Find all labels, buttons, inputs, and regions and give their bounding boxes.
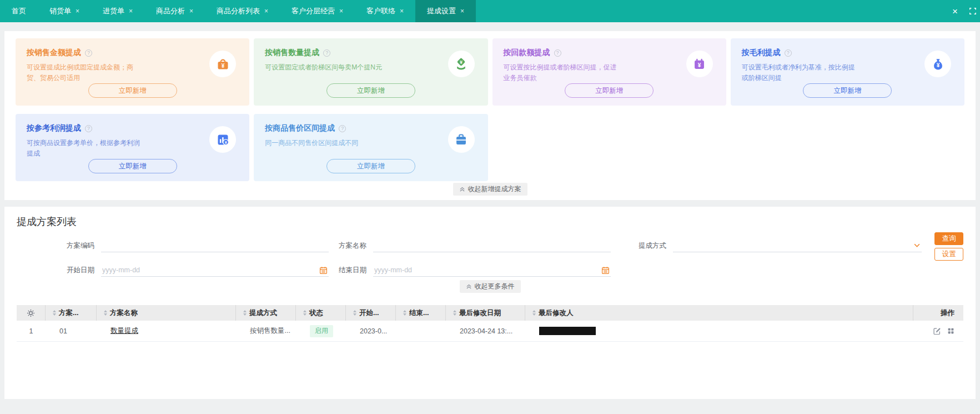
tab-product-analysis[interactable]: 商品分析× — [144, 0, 205, 22]
add-now-button[interactable]: 立即新增 — [326, 159, 415, 173]
page-title: 提成方案列表 — [17, 216, 963, 228]
collapse-label: 收起新增提成方案 — [468, 184, 521, 194]
card-description: 可设置按比例提或者阶梯区间提，促进业务员催款 — [504, 62, 621, 83]
card-description: 可按商品设置参考单价，根据参考利润提成 — [27, 138, 144, 158]
tab-label: 进货单 — [103, 6, 124, 16]
help-icon[interactable]: ? — [785, 49, 792, 57]
tab-close-icon[interactable]: × — [264, 8, 268, 14]
add-now-button[interactable]: 立即新增 — [803, 83, 892, 98]
tab-close-icon[interactable]: × — [189, 8, 193, 14]
tab-customer-contact[interactable]: 客户联络× — [355, 0, 415, 22]
commission-method-select[interactable] — [673, 240, 922, 252]
collapse-new-plans-toggle[interactable]: 收起新增提成方案 — [453, 183, 527, 196]
end-date-field: 结束日期 — [339, 264, 611, 277]
column-header-plan-code[interactable]: 方案... — [46, 305, 97, 321]
field-label: 方案编码 — [67, 241, 101, 251]
fullscreen-icon[interactable] — [969, 7, 977, 15]
plan-name-input[interactable] — [373, 240, 611, 252]
help-icon[interactable]: ? — [85, 49, 92, 57]
help-icon[interactable]: ? — [554, 49, 561, 57]
column-header-start[interactable]: 开始... — [346, 305, 396, 321]
tab-label: 销货单 — [49, 6, 71, 16]
row-index: 1 — [17, 327, 46, 335]
tab-home[interactable]: 首页 — [0, 0, 38, 22]
plan-name-link[interactable]: 数量提成 — [110, 327, 138, 335]
tab-customer-segmentation[interactable]: 客户分层经营× — [280, 0, 355, 22]
add-now-button[interactable]: 立即新增 — [88, 83, 177, 98]
column-header-modified-by[interactable]: 最后修改人 — [525, 305, 913, 321]
sort-icon[interactable] — [303, 310, 306, 316]
close-icon[interactable]: × — [952, 7, 958, 16]
column-header-status[interactable]: 状态 — [296, 305, 346, 321]
card-title: 按销售数量提成? — [265, 48, 476, 58]
start-date-input[interactable] — [101, 264, 329, 277]
tab-label: 客户联络 — [366, 6, 395, 16]
tab-product-analysis-list[interactable]: 商品分析列表× — [205, 0, 280, 22]
column-header-modified-date[interactable]: 最后修改日期 — [446, 305, 525, 321]
tab-label: 首页 — [12, 6, 26, 16]
hand-coin-icon: ¥ — [448, 51, 475, 77]
tab-close-icon[interactable]: × — [400, 8, 404, 14]
tab-label: 提成设置 — [427, 6, 456, 16]
card-title: 按商品售价区间提成? — [265, 123, 476, 133]
help-icon[interactable]: ? — [339, 125, 346, 132]
tab-sales-order[interactable]: 销货单× — [38, 0, 91, 22]
settings-button[interactable]: 设置 — [934, 248, 963, 261]
help-icon[interactable]: ? — [323, 49, 330, 57]
money-bag-icon: ¥ — [924, 51, 951, 77]
tab-bar: 首页 销货单× 进货单× 商品分析× 商品分析列表× 客户分层经营× 客户联络×… — [0, 0, 980, 22]
card-title-text: 按销售数量提成 — [265, 48, 319, 58]
tab-commission-settings[interactable]: 提成设置× — [415, 0, 476, 22]
tab-close-icon[interactable]: × — [339, 8, 343, 14]
commission-plan-table: 方案... 方案名称 提成方式 状态 开始... 结束... 最后修改日期 最后… — [17, 305, 963, 342]
field-label: 提成方式 — [639, 241, 673, 251]
tab-purchase-order[interactable]: 进货单× — [91, 0, 144, 22]
add-now-button[interactable]: 立即新增 — [565, 83, 654, 98]
sort-icon[interactable] — [403, 310, 406, 316]
collapse-more-filters-toggle[interactable]: 收起更多条件 — [460, 280, 521, 293]
card-description: 可设置提成比例或固定提成金额；商贸、贸易公司适用 — [27, 62, 144, 83]
tab-label: 商品分析 — [156, 6, 185, 16]
svg-text:¥: ¥ — [936, 62, 939, 68]
tab-close-icon[interactable]: × — [460, 8, 464, 14]
column-header-end[interactable]: 结束... — [396, 305, 446, 321]
column-settings-cell — [17, 305, 46, 321]
commission-method-field: 提成方式 — [639, 240, 922, 252]
briefcase-icon — [448, 126, 475, 153]
grid-more-icon[interactable] — [947, 327, 954, 335]
card-reference-profit-commission: 按参考利润提成? 可按商品设置参考单价，根据参考利润提成 立即新增 ¥ — [16, 114, 249, 181]
svg-text:¥: ¥ — [221, 62, 224, 68]
chevron-down-icon[interactable] — [913, 242, 921, 249]
chevron-double-up-icon — [466, 283, 472, 290]
gear-icon[interactable] — [27, 309, 35, 317]
tab-label: 客户分层经营 — [292, 6, 335, 16]
sort-icon[interactable] — [53, 310, 56, 316]
commission-plan-list-panel: 提成方案列表 方案编码 方案名称 提成方式 开始日期 — [4, 207, 976, 399]
help-icon[interactable]: ? — [85, 125, 92, 132]
end-date-input[interactable] — [373, 264, 611, 277]
table-header: 方案... 方案名称 提成方式 状态 开始... 结束... 最后修改日期 最后… — [17, 305, 963, 321]
column-header-plan-name[interactable]: 方案名称 — [97, 305, 236, 321]
collapse-label: 收起更多条件 — [475, 282, 515, 291]
sort-icon[interactable] — [104, 310, 107, 316]
card-title-text: 按销售金额提成 — [27, 48, 81, 58]
add-now-button[interactable]: 立即新增 — [326, 83, 415, 98]
column-header-actions: 操作 — [913, 305, 963, 321]
card-title: 按毛利提成? — [742, 48, 953, 58]
chart-money-icon: ¥ — [209, 126, 236, 153]
plan-code-input[interactable] — [101, 240, 329, 252]
column-header-method[interactable]: 提成方式 — [236, 305, 296, 321]
search-button[interactable]: 查询 — [934, 232, 963, 245]
edit-icon[interactable] — [933, 327, 941, 335]
calendar-icon[interactable] — [601, 266, 610, 275]
tab-close-icon[interactable]: × — [129, 8, 133, 14]
sort-icon[interactable] — [532, 310, 536, 316]
svg-text:¥: ¥ — [460, 59, 463, 64]
sort-icon[interactable] — [353, 310, 356, 316]
tab-label: 商品分析列表 — [217, 6, 260, 16]
sort-icon[interactable] — [453, 310, 456, 316]
sort-icon[interactable] — [243, 310, 247, 316]
add-now-button[interactable]: 立即新增 — [88, 159, 177, 173]
tab-close-icon[interactable]: × — [76, 8, 79, 14]
calendar-icon[interactable] — [319, 266, 328, 275]
